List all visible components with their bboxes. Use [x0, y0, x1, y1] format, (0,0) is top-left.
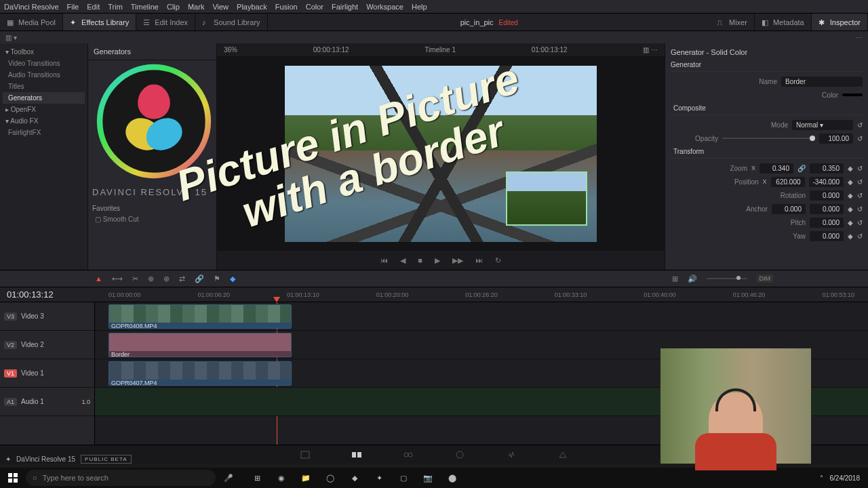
prev-frame-icon[interactable]: ◀	[400, 256, 406, 265]
link-icon[interactable]: 🔗	[195, 274, 204, 283]
favorite-smooth-cut[interactable]: ▢ Smooth Cut	[95, 216, 139, 223]
taskbar-app-icon[interactable]: ▢	[392, 468, 415, 488]
timeline-ruler[interactable]: 01:00:13:12 01:00:00:00 01:00:06:20 01:0…	[0, 287, 868, 302]
toolbox-video-transitions[interactable]: Video Transitions	[3, 58, 85, 69]
snap-icon[interactable]: ⊞	[672, 274, 678, 283]
deliver-page-icon[interactable]	[557, 449, 568, 460]
camera-icon[interactable]: 📷	[416, 468, 439, 488]
dim-button[interactable]: DIM	[757, 274, 774, 283]
reset-icon[interactable]: ↺	[857, 192, 863, 199]
volume-icon[interactable]: 🔊	[688, 274, 697, 283]
fairlight-page-icon[interactable]	[506, 449, 517, 460]
reset-icon[interactable]: ↺	[857, 232, 863, 240]
mixer-tab[interactable]: ⎍Mixer	[711, 14, 755, 30]
edit-index-tab[interactable]: ☰Edit Index	[136, 14, 195, 30]
tray-chevron-icon[interactable]: ˄	[820, 474, 823, 482]
selection-tool-icon[interactable]: ▲	[95, 274, 102, 283]
panel-options-icon[interactable]: ⋯	[856, 34, 863, 41]
menu-timeline[interactable]: Timeline	[131, 3, 159, 11]
track-header-v2[interactable]: V2Video 2	[0, 331, 94, 359]
marker-icon[interactable]: ◆	[230, 274, 235, 283]
chrome-icon[interactable]: ◯	[319, 468, 342, 488]
anchor-x-field[interactable]: 0.000	[772, 204, 806, 214]
anchor-y-field[interactable]: 0.000	[810, 204, 844, 214]
toolbox-generators[interactable]: Generators	[3, 92, 85, 104]
menu-playback[interactable]: Playback	[237, 3, 267, 11]
audiofx-header[interactable]: ▾ Audio FX	[3, 115, 85, 127]
last-frame-icon[interactable]: ⏭	[475, 256, 483, 264]
blade-tool-icon[interactable]: ✂	[132, 274, 138, 283]
menu-trim[interactable]: Trim	[108, 3, 123, 11]
toolbox-header[interactable]: ▾ Toolbox	[3, 46, 85, 58]
start-button[interactable]	[3, 468, 23, 488]
media-page-icon[interactable]	[300, 449, 311, 460]
yaw-field[interactable]: 0.000	[810, 231, 844, 241]
menu-color[interactable]: Color	[306, 3, 323, 11]
color-page-icon[interactable]	[454, 449, 465, 460]
clip-v1[interactable]: GOPR0407.MP4	[108, 361, 292, 386]
menu-clip[interactable]: Clip	[167, 3, 180, 11]
zoom-y-field[interactable]: 0.350	[810, 163, 844, 174]
openfx-header[interactable]: ▸ OpenFX	[3, 104, 85, 115]
metadata-tab[interactable]: ◧Metadata	[755, 14, 812, 30]
reset-icon[interactable]: ↺	[857, 135, 863, 142]
menu-fairlight[interactable]: Fairlight	[332, 3, 358, 11]
menu-workspace[interactable]: Workspace	[366, 3, 403, 11]
composite-mode-select[interactable]: Normal ▾	[792, 120, 853, 130]
pitch-field[interactable]: 0.000	[810, 218, 844, 228]
menu-view[interactable]: View	[212, 3, 229, 11]
toolbox-titles[interactable]: Titles	[3, 81, 85, 92]
obs-icon[interactable]: ⬤	[441, 468, 464, 488]
reset-icon[interactable]: ↺	[857, 165, 863, 172]
menu-edit[interactable]: Edit	[87, 3, 100, 11]
track-header-v1[interactable]: V1Video 1	[0, 359, 94, 388]
reset-icon[interactable]: ↺	[857, 121, 863, 129]
first-frame-icon[interactable]: ⏮	[380, 256, 388, 264]
stop-icon[interactable]: ■	[418, 256, 422, 264]
clip-v2-border[interactable]: Border	[108, 333, 292, 357]
viewer-zoom[interactable]: 36%	[224, 46, 237, 54]
viewer-timeline-tab[interactable]: Timeline 1	[425, 46, 456, 54]
composite-section[interactable]: Composite	[671, 102, 863, 115]
inspector-tab[interactable]: ✱Inspector	[812, 14, 868, 30]
menu-mark[interactable]: Mark	[188, 3, 204, 11]
viewer-screen[interactable]	[217, 57, 665, 251]
reset-icon[interactable]: ↺	[857, 178, 863, 186]
menu-fusion[interactable]: Fusion	[275, 3, 298, 11]
taskbar-date[interactable]: 6/24/2018	[830, 474, 861, 482]
sound-library-tab[interactable]: ♪Sound Library	[195, 14, 268, 30]
generator-section[interactable]: Generator	[671, 58, 863, 72]
reset-icon[interactable]: ↺	[857, 219, 863, 226]
track-header-a1[interactable]: A1Audio 11.0	[0, 388, 94, 416]
panel-menu-icon[interactable]: ▥ ▾	[5, 34, 17, 41]
mic-icon[interactable]: 🎤	[218, 468, 239, 488]
link-icon[interactable]: 🔗	[797, 165, 806, 172]
resolve-taskbar-icon[interactable]: ✦	[368, 468, 391, 488]
flag-icon[interactable]: ⚑	[214, 274, 220, 283]
taskbar-app-icon[interactable]: ◉	[270, 468, 293, 488]
zoom-x-field[interactable]: 0.340	[760, 163, 793, 174]
toolbox-audio-transitions[interactable]: Audio Transitions	[3, 69, 85, 81]
transform-section[interactable]: Transform	[671, 145, 863, 159]
clip-v3[interactable]: GOPR0408.MP4	[108, 304, 292, 329]
file-explorer-icon[interactable]: 📁	[294, 468, 317, 488]
loop-icon[interactable]: ↻	[495, 256, 501, 265]
position-y-field[interactable]: -340.000	[809, 177, 844, 187]
effects-library-tab[interactable]: ✦Effects Library	[63, 14, 136, 30]
trim-tool-icon[interactable]: ⟷	[112, 274, 123, 283]
name-field[interactable]: Border	[781, 77, 863, 87]
next-frame-icon[interactable]: ▶▶	[452, 256, 463, 265]
fusion-page-icon[interactable]	[403, 449, 414, 460]
replace-icon[interactable]: ⇄	[179, 274, 185, 283]
menu-help[interactable]: Help	[412, 3, 427, 11]
task-view-icon[interactable]: ⊞	[245, 468, 269, 488]
opacity-slider[interactable]	[722, 138, 815, 139]
play-icon[interactable]: ▶	[435, 256, 440, 265]
overwrite-icon[interactable]: ⊗	[163, 274, 170, 283]
position-x-field[interactable]: 620.000	[771, 177, 805, 187]
viewer-layout-icon[interactable]: ▥ ⋯	[643, 46, 658, 54]
volume-slider[interactable]	[707, 278, 747, 279]
edit-page-icon[interactable]	[351, 449, 362, 460]
menu-file[interactable]: File	[67, 3, 79, 11]
taskbar-app-icon[interactable]: ◆	[343, 468, 366, 488]
